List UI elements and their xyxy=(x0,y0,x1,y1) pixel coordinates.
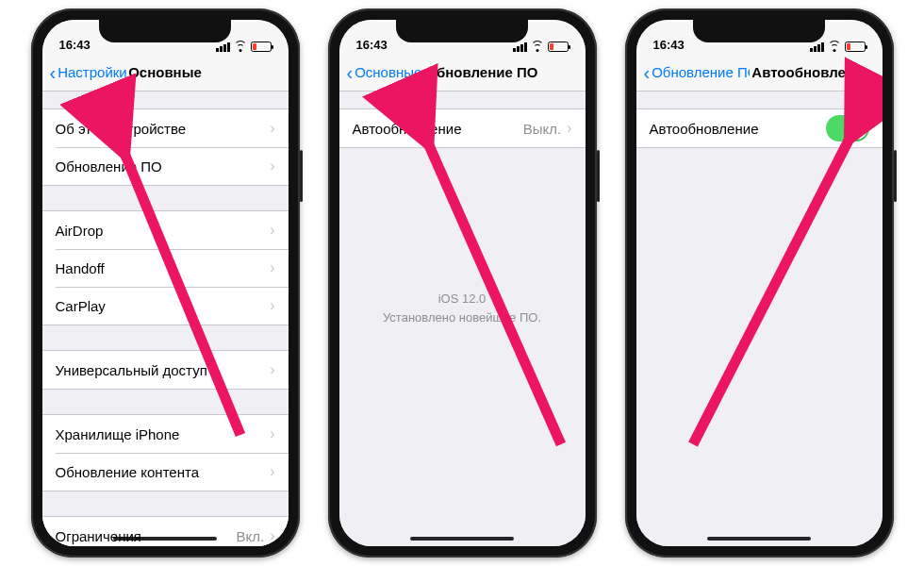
nav-title: Обновление ПО xyxy=(425,64,537,80)
phone-frame-1: 16:43 ‹ Настройки Основные Об этом устро… xyxy=(31,8,300,558)
row-label: Ограничения xyxy=(56,528,141,544)
nav-bar: ‹ Настройки Основные xyxy=(42,54,289,92)
screen-3: 16:43 ‹ Обновление ПО Автообновление Авт… xyxy=(636,20,883,546)
battery-icon xyxy=(548,42,569,52)
wifi-icon xyxy=(531,42,544,52)
auto-update-content: Автообновление xyxy=(636,92,883,546)
settings-group: Автообновление xyxy=(636,108,883,148)
toggle-switch-on[interactable] xyxy=(826,115,869,142)
row-about[interactable]: Об этом устройстве › xyxy=(42,109,289,147)
battery-icon xyxy=(251,42,272,52)
row-label: Хранилище iPhone xyxy=(56,426,180,442)
update-message: Установлено новейшее ПО. xyxy=(358,308,567,327)
signal-icon xyxy=(216,42,230,52)
home-indicator xyxy=(113,537,217,541)
nav-title: Автообновление xyxy=(751,64,870,80)
battery-icon xyxy=(845,42,866,52)
row-label: Об этом устройстве xyxy=(56,121,187,137)
status-icons xyxy=(513,42,569,52)
status-icons xyxy=(216,42,272,52)
screen-1: 16:43 ‹ Настройки Основные Об этом устро… xyxy=(42,20,289,546)
row-label: Универсальный доступ xyxy=(56,362,207,378)
row-label: Автообновление xyxy=(650,121,759,137)
nav-back-label: Обновление ПО xyxy=(652,64,750,80)
nav-back-label: Основные xyxy=(355,64,421,80)
row-label: Обновление ПО xyxy=(56,158,162,175)
ios-version: iOS 12.0 xyxy=(358,290,567,308)
row-label: AirDrop xyxy=(56,223,104,239)
screen-2: 16:43 ‹ Основные Обновление ПО Автообнов… xyxy=(339,20,586,546)
settings-group: Универсальный доступ › xyxy=(42,350,289,390)
row-background-refresh[interactable]: Обновление контента › xyxy=(42,453,289,491)
signal-icon xyxy=(810,42,824,52)
nav-back-button[interactable]: ‹ Обновление ПО xyxy=(644,63,751,82)
row-value: Вкл. xyxy=(237,528,265,544)
status-time: 16:43 xyxy=(653,38,685,52)
chevron-right-icon: › xyxy=(270,222,274,239)
chevron-right-icon: › xyxy=(270,259,274,276)
chevron-left-icon: ‹ xyxy=(644,63,651,82)
notch xyxy=(396,20,528,42)
settings-group: Хранилище iPhone › Обновление контента › xyxy=(42,414,289,491)
chevron-right-icon: › xyxy=(270,527,274,544)
status-icons xyxy=(810,42,866,52)
row-storage[interactable]: Хранилище iPhone › xyxy=(42,415,289,453)
home-indicator xyxy=(707,537,811,541)
row-auto-update-toggle[interactable]: Автообновление xyxy=(636,109,883,147)
row-label: Автообновление xyxy=(353,121,462,137)
row-accessibility[interactable]: Универсальный доступ › xyxy=(42,351,289,389)
chevron-right-icon: › xyxy=(567,120,571,137)
notch xyxy=(99,20,231,42)
row-software-update[interactable]: Обновление ПО › xyxy=(42,147,289,185)
chevron-right-icon: › xyxy=(270,120,274,137)
nav-back-button[interactable]: ‹ Основные xyxy=(347,63,422,82)
row-auto-update[interactable]: Автообновление Выкл. › xyxy=(339,109,586,147)
wifi-icon xyxy=(828,42,841,52)
settings-group: Автообновление Выкл. › xyxy=(339,108,586,148)
row-handoff[interactable]: Handoff › xyxy=(42,249,289,287)
chevron-right-icon: › xyxy=(270,361,274,378)
row-airdrop[interactable]: AirDrop › xyxy=(42,211,289,249)
phone-frame-2: 16:43 ‹ Основные Обновление ПО Автообнов… xyxy=(328,8,597,558)
status-time: 16:43 xyxy=(356,38,388,52)
row-label: CarPlay xyxy=(56,298,106,314)
settings-group: Ограничения Вкл. › xyxy=(42,516,289,546)
settings-list[interactable]: Об этом устройстве › Обновление ПО › Air… xyxy=(42,92,289,546)
signal-icon xyxy=(513,42,527,52)
nav-bar: ‹ Основные Обновление ПО xyxy=(339,54,586,92)
software-update-content: Автообновление Выкл. › iOS 12.0 Установл… xyxy=(339,92,586,546)
settings-group: Об этом устройстве › Обновление ПО › xyxy=(42,108,289,186)
chevron-left-icon: ‹ xyxy=(347,63,354,82)
settings-group: AirDrop › Handoff › CarPlay › xyxy=(42,210,289,325)
row-value: Выкл. xyxy=(523,121,561,137)
chevron-right-icon: › xyxy=(270,463,274,480)
status-time: 16:43 xyxy=(59,38,91,52)
nav-title: Основные xyxy=(128,64,202,80)
nav-back-button[interactable]: ‹ Настройки xyxy=(50,63,127,82)
wifi-icon xyxy=(234,42,247,52)
row-carplay[interactable]: CarPlay › xyxy=(42,287,289,325)
chevron-left-icon: ‹ xyxy=(50,63,57,82)
chevron-right-icon: › xyxy=(270,297,274,314)
update-status-text: iOS 12.0 Установлено новейшее ПО. xyxy=(339,290,586,326)
chevron-right-icon: › xyxy=(270,158,274,175)
notch xyxy=(693,20,825,42)
chevron-right-icon: › xyxy=(270,425,274,442)
nav-back-label: Настройки xyxy=(58,64,127,80)
row-restrictions[interactable]: Ограничения Вкл. › xyxy=(42,517,289,546)
row-label: Обновление контента xyxy=(56,464,200,480)
nav-bar: ‹ Обновление ПО Автообновление xyxy=(636,54,883,92)
home-indicator xyxy=(410,537,514,541)
phone-frame-3: 16:43 ‹ Обновление ПО Автообновление Авт… xyxy=(625,8,894,558)
row-label: Handoff xyxy=(56,260,105,276)
